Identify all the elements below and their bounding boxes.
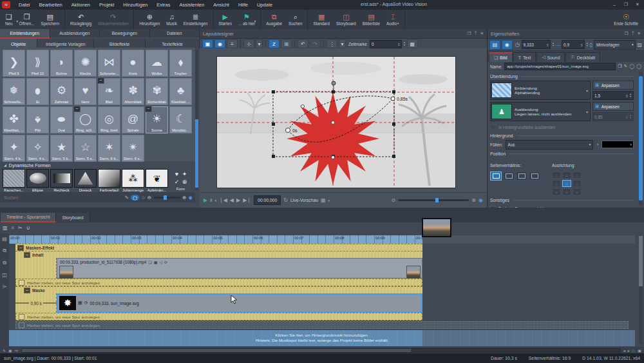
- scissors-icon[interactable]: ✂: [18, 225, 23, 231]
- menu-assistenten[interactable]: Assistenten: [175, 2, 209, 8]
- magnet-icon[interactable]: ∪: [26, 225, 30, 231]
- play-caret-icon[interactable]: ▾: [214, 199, 216, 202]
- timeline-scrollbar[interactable]: [639, 236, 643, 344]
- skip-first-icon[interactable]: ❘◀: [219, 197, 227, 203]
- shape-stern-5-b[interactable]: ★Stern, 5 b...: [50, 135, 73, 162]
- crosshair-caret-icon[interactable]: ▾: [256, 39, 263, 48]
- menu-ansicht[interactable]: Ansicht: [209, 2, 234, 8]
- shape-stern-4-b[interactable]: ✦Stern, 4 b...: [3, 135, 25, 162]
- shape-kleeblatt[interactable]: ♣Kleeblatt ...: [169, 78, 192, 105]
- view-toggle-icon[interactable]: ◯: [131, 195, 139, 201]
- restore-icon[interactable]: ❐: [468, 31, 471, 36]
- portrait-icon[interactable]: ▯: [590, 42, 592, 48]
- shape-spirale[interactable]: @Spirale: [122, 106, 144, 133]
- circle2-icon[interactable]: ◯: [636, 64, 641, 69]
- dynamic-rauschen[interactable]: Rauschen...: [2, 169, 26, 192]
- offset-spinner[interactable]: 0,9s: [562, 40, 585, 49]
- shape-tropfen[interactable]: ⬧Tropfen: [169, 50, 192, 77]
- circle1-icon[interactable]: ◯: [629, 64, 634, 69]
- duration-spinner[interactable]: 9,333s: [522, 40, 551, 49]
- restore-icon[interactable]: ❐: [625, 31, 629, 36]
- timeline-hscrollbar[interactable]: [21, 348, 621, 353]
- dots-menu-icon[interactable]: ⋮: [327, 39, 337, 48]
- toolbar-audio-plus-button[interactable]: ⌶Audio+: [383, 10, 402, 29]
- track-maske[interactable]: – Maske: [15, 286, 422, 293]
- align-button-8[interactable]: ∷: [562, 188, 571, 195]
- toolbar-wiederherstellen-button[interactable]: ↷Wiederherstellen: [95, 10, 131, 29]
- brush-icon[interactable]: ✎: [3, 348, 6, 353]
- menu-hinzufügen[interactable]: Hinzufügen: [118, 2, 152, 8]
- aspect-button-4[interactable]: [529, 172, 540, 181]
- shape-klecks[interactable]: ✺Klecks: [74, 50, 97, 77]
- menu-datei[interactable]: Datei: [14, 2, 35, 8]
- browse-icon[interactable]: ❐: [618, 64, 621, 69]
- rows-icon[interactable]: ▥: [3, 225, 8, 231]
- shape-ring-sch[interactable]: –◯Ring, sch...: [74, 106, 97, 133]
- shape-pfeil-10[interactable]: ⟫Pfeil 10: [26, 50, 49, 77]
- name-field[interactable]: app://projects/images/shapes01/sun_image…: [504, 63, 616, 70]
- toolbar-ab-hier-button[interactable]: ⚑▾... ab hier: [235, 10, 258, 29]
- toolbar-einstellungen-button[interactable]: ≣Einstellungen: [180, 10, 211, 29]
- shape-pfeil-9[interactable]: ❯Pfeil 9: [3, 50, 25, 77]
- snap-icon[interactable]: Z: [269, 39, 279, 48]
- align-button-7[interactable]: ∷: [552, 188, 561, 195]
- menu-bearbeiten[interactable]: Bearbeiten: [35, 2, 67, 8]
- dynamic-farbverlauf[interactable]: Farbverlauf: [97, 169, 121, 192]
- dynamic-ellipse[interactable]: Ellipse: [26, 169, 50, 192]
- toolbar-rueckgaengig-button[interactable]: ↶Rückgängig: [67, 10, 95, 29]
- crosshair-icon[interactable]: ⊹: [243, 39, 254, 48]
- shape-ahornblatt[interactable]: ✽Ahornblatt: [122, 78, 144, 105]
- edit-icon[interactable]: ✎: [623, 64, 627, 69]
- link-icon[interactable]: —: [556, 43, 560, 47]
- list-icon[interactable]: ≔: [15, 348, 19, 353]
- tab-dateien[interactable]: Dateien: [150, 29, 200, 37]
- align-button-5[interactable]: ∷: [562, 180, 571, 187]
- shape-oval[interactable]: ●Oval: [50, 106, 73, 133]
- shape-stern-6-b[interactable]: ✶Stern, 6 b...: [98, 135, 120, 162]
- menu-hilfe[interactable]: Hilfe: [234, 2, 252, 8]
- drop-zone-1[interactable]: Hierher ziehen, um neue Spur anzulegen.: [15, 279, 422, 286]
- shape-wolke[interactable]: ☁Wolke: [146, 50, 168, 77]
- preview-zoom-slider[interactable]: [398, 199, 469, 201]
- refresh-icon[interactable]: ◉: [188, 195, 193, 201]
- zeitmarke-stepper[interactable]: ▲▼: [403, 41, 406, 46]
- ausblendung-anpassen-button[interactable]: ▣Anpassen: [592, 102, 634, 111]
- toolbar-erste-schritte-button[interactable]: ☉Erste Schritte: [611, 10, 641, 29]
- aspect-button-2[interactable]: [503, 172, 515, 181]
- tab-storyboard[interactable]: Storyboard: [56, 213, 90, 222]
- hash-icon[interactable]: ⌗: [12, 225, 15, 231]
- toolbar-bilderliste-button[interactable]: ▤Bilderliste: [359, 10, 383, 29]
- image-mode-icon[interactable]: ▤: [489, 40, 500, 50]
- grid-icon[interactable]: ⊞: [281, 39, 292, 48]
- track-group-masken-effekt[interactable]: – Masken-Effekt: [15, 244, 422, 251]
- vorlagen-dropdown[interactable]: Minivorlagen▾: [594, 40, 636, 50]
- align-button-6[interactable]: ∷: [573, 180, 582, 187]
- zeitmarke-input[interactable]: 0 s: [370, 40, 402, 48]
- dynamic-shapes-header[interactable]: ◢ Dynamische Formen: [0, 161, 195, 169]
- shape-kleeblatt[interactable]: ✤Kleeblatt, ...: [3, 106, 25, 133]
- toolbar-ausgabe-button[interactable]: ⧉Ausgabe: [263, 10, 285, 29]
- sun-image-clip[interactable]: ✸ ▦ ⟳ 00:09,333, sun_image.svg: [57, 293, 422, 313]
- shape-schmette[interactable]: ⋈Schmette...: [98, 50, 120, 77]
- collapse-icon[interactable]: –: [17, 245, 24, 251]
- shape-stern-4-s[interactable]: ✧Stern, 4 s...: [26, 135, 49, 162]
- einblendung-dropdown[interactable]: Einblendung:Alphablending ▾: [490, 81, 591, 100]
- dots-caret-icon[interactable]: ▾: [339, 39, 346, 48]
- bg-color-swatch[interactable]: ▾: [601, 141, 634, 148]
- toolbar-neu-button[interactable]: ❏▾Neu: [2, 10, 16, 29]
- shape-ei[interactable]: ●Ei: [26, 78, 49, 105]
- dynamic-form[interactable]: ♥✦✓⊕Form: [169, 169, 193, 192]
- align-button-9[interactable]: ∷: [573, 188, 582, 195]
- play-icon[interactable]: ▶: [204, 197, 207, 203]
- shape-blatt[interactable]: –❧Blatt: [98, 78, 120, 105]
- properties-scrollbar[interactable]: [639, 72, 643, 205]
- shape-stern-5-s[interactable]: ☆Stern, 5 s...: [74, 135, 97, 162]
- side-layers-icon[interactable]: ⧉: [3, 248, 6, 254]
- toolbar-speichern-button[interactable]: ▤Speichern: [38, 10, 62, 29]
- shape-sonne[interactable]: –☀Sonne: [146, 106, 168, 133]
- ausblendung-dropdown[interactable]: ♟ Ausblendung:Liegen lassen, nicht ausbl…: [490, 102, 591, 121]
- toolbar-oeffnen-button[interactable]: ❒Öffnen...: [16, 10, 38, 29]
- tab-timeline-spuransicht[interactable]: Timeline - Spuransicht: [1, 213, 56, 222]
- live-preview-label[interactable]: Live-Vorschau: [290, 198, 318, 202]
- tab-bild[interactable]: ❏Bild: [489, 52, 513, 62]
